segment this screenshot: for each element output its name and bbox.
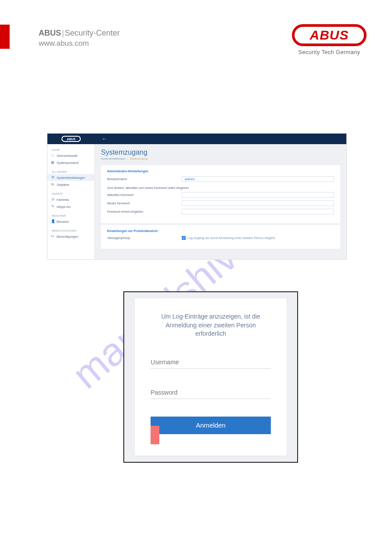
- sidebar-item-label: Systemeinstellungen: [57, 176, 85, 179]
- chevron-right-icon: ›: [91, 198, 92, 201]
- abus-logo-text: ABUS: [309, 28, 349, 43]
- brand-url: www.abus.com: [39, 39, 89, 47]
- chevron-right-icon: ›: [91, 154, 92, 157]
- brand-name: ABUS: [39, 29, 61, 37]
- sidebar-group-berechtigungen: BERECHTIGUNGEN: [47, 228, 94, 233]
- login-message: Um Log-Einträge anzuzeigen, ist die Anme…: [151, 312, 271, 338]
- sidebar-item-wapploxx[interactable]: ✎ wAppLoxx: [47, 203, 94, 210]
- sidebar: HOME ⌂ Übersichtsseite › ▦ Systemprotoko…: [47, 144, 95, 259]
- current-password-label: Aktuelles Kennwort: [107, 193, 182, 196]
- repeat-password-label: Kennwort erneut eingeben: [107, 210, 182, 213]
- sidebar-item-zeitplaene[interactable]: ⧉ Zeitpläne: [47, 181, 94, 188]
- topbar-logo-area: ABUS: [47, 134, 95, 144]
- sidebar-item-benutzer[interactable]: 👤 Benutzer: [47, 218, 94, 225]
- chevron-right-icon: ›: [91, 176, 92, 179]
- username-label: Benutzername: [107, 178, 182, 181]
- password-input[interactable]: [151, 386, 271, 399]
- password-change-note: Zum Ändern, aktuelles und neues Kennwort…: [107, 186, 334, 189]
- sidebar-group-geraete: GERÄTE: [47, 191, 94, 196]
- sidebar-item-berechtigungen[interactable]: 🗝 Berechtigungen: [47, 233, 94, 240]
- login-button-label: Anmelden: [196, 421, 226, 429]
- sidebar-item-label: Systemprotokoll: [57, 161, 79, 164]
- sidebar-item-label: Berechtigungen: [57, 235, 78, 238]
- new-password-field[interactable]: [182, 200, 334, 206]
- four-eyes-label: Vieraugenprinzip: [107, 236, 182, 239]
- sidebar-group-home: HOME: [47, 147, 94, 152]
- sidebar-item-label: Zeitpläne: [57, 183, 69, 186]
- abus-tagline: Security Tech Germany: [292, 49, 367, 55]
- camera-icon: ◎: [51, 198, 54, 201]
- page-title: Systemzugang: [101, 149, 340, 156]
- app-topbar: ABUS ←: [47, 134, 346, 144]
- sidebar-group-allgemein: ALLGEMEIN: [47, 169, 94, 174]
- admin-settings-heading: Administrator-Einstellungen: [107, 170, 334, 173]
- sidebar-item-label: wAppLoxx: [57, 205, 71, 208]
- admin-settings-panel: Administrator-Einstellungen Benutzername…: [101, 165, 340, 223]
- protocol-view-heading: Einstellungen zur Protokollansicht: [107, 229, 334, 232]
- abus-logo-wrap: ABUS Security Tech Germany: [292, 24, 367, 55]
- four-eyes-checkbox[interactable]: ✓: [182, 236, 186, 240]
- four-eyes-checkbox-text: Log-Zugang nur durch Anmeldung einer zwe…: [187, 236, 275, 239]
- login-button[interactable]: Anmelden: [151, 417, 271, 434]
- username-field[interactable]: admin1: [182, 176, 334, 182]
- new-password-label: Neues Kennwort: [107, 202, 182, 205]
- sidebar-item-overview[interactable]: ⌂ Übersichtsseite ›: [47, 152, 94, 159]
- breadcrumb-separator: /: [127, 157, 128, 160]
- repeat-password-field[interactable]: [182, 209, 334, 214]
- breadcrumb-current: Systemzugang: [130, 157, 147, 160]
- pipe-separator: |: [62, 29, 64, 37]
- protocol-view-panel: Einstellungen zur Protokollansicht Viera…: [101, 225, 340, 249]
- home-icon: ⌂: [51, 154, 54, 157]
- abus-small-logo: ABUS: [61, 136, 81, 142]
- log-icon: ▦: [51, 161, 54, 164]
- brand-division: Security-Center: [65, 29, 120, 37]
- screenshot-login-dialog: Um Log-Einträge anzuzeigen, ist die Anme…: [123, 291, 298, 463]
- chevron-right-icon: ›: [91, 161, 92, 164]
- screenshot-system-settings: ABUS ← HOME ⌂ Übersichtsseite › ▦ System…: [47, 133, 347, 260]
- key-icon: 🗝: [51, 235, 54, 238]
- sidebar-item-kameras[interactable]: ◎ Kameras ›: [47, 196, 94, 203]
- red-corner-tab: [0, 25, 10, 49]
- red-decor-block: [151, 426, 159, 444]
- login-card: Um Log-Einträge anzuzeigen, ist die Anme…: [135, 298, 287, 456]
- sidebar-item-systemeinstellungen[interactable]: ⚙ Systemeinstellungen ›: [47, 174, 94, 181]
- sidebar-item-systemprotokoll[interactable]: ▦ Systemprotokoll ›: [47, 159, 94, 166]
- back-arrow-icon[interactable]: ←: [102, 136, 107, 142]
- main-content: Systemzugang Systemeinstellungen / Syste…: [95, 144, 346, 259]
- username-input[interactable]: [151, 356, 271, 369]
- lock-icon: ✎: [51, 205, 54, 208]
- sidebar-item-label: Kameras: [57, 198, 69, 201]
- gear-icon: ⚙: [51, 176, 54, 179]
- header-brand-block: ABUS|Security-Center www.abus.com: [39, 28, 120, 49]
- sidebar-group-benutzer: BENUTZER: [47, 213, 94, 218]
- calendar-icon: ⧉: [51, 183, 54, 186]
- sidebar-item-label: Übersichtsseite: [57, 154, 78, 157]
- user-icon: 👤: [51, 220, 54, 223]
- breadcrumb-item[interactable]: Systemeinstellungen: [101, 157, 125, 160]
- current-password-field[interactable]: [182, 192, 334, 198]
- username-value: admin1: [185, 178, 195, 181]
- sidebar-item-label: Benutzer: [57, 220, 69, 223]
- abus-logo: ABUS: [292, 24, 367, 46]
- breadcrumb: Systemeinstellungen / Systemzugang: [101, 157, 340, 160]
